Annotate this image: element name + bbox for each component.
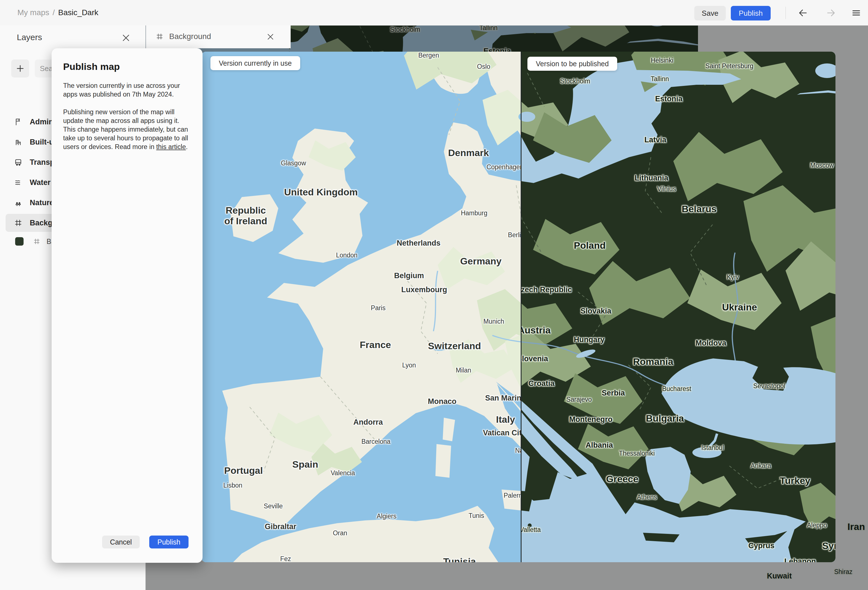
map-label: Switzerland [428, 340, 481, 351]
map-label: Stockholm [560, 78, 590, 85]
map-label: Luxembourg [401, 285, 447, 294]
map-label: Iran [847, 521, 865, 532]
map-label: Aleppo [807, 522, 827, 529]
map-label: Tunisia [443, 556, 476, 562]
map-label: Albania [586, 441, 613, 450]
map-label: Netherlands [397, 239, 440, 247]
map-label: Seville [264, 503, 283, 510]
dialog-paragraph-2: Publishing new version of the map will u… [63, 108, 191, 151]
redo-forward-icon[interactable] [825, 8, 837, 18]
breadcrumb-separator: / [53, 8, 55, 17]
map-label: Algiers [377, 513, 396, 520]
background-panel-close-icon[interactable] [266, 33, 275, 41]
map-label: Lyon [402, 362, 416, 369]
frame-icon [156, 33, 164, 40]
map-label: Barcelona [361, 438, 391, 445]
map-label: Spain [292, 459, 319, 470]
map-label: Valletta [521, 526, 541, 534]
add-layer-button[interactable] [11, 59, 29, 77]
publish-button[interactable]: Publish [731, 6, 771, 21]
breadcrumb-my-maps[interactable]: My maps [18, 8, 49, 17]
dialog-publish-button[interactable]: Publish [149, 535, 189, 549]
save-button[interactable]: Save [694, 6, 726, 21]
map-label: Helsinki [651, 57, 673, 64]
map-label: Denmark [448, 147, 489, 158]
map-label: Kuwait [767, 572, 792, 580]
breadcrumb-map-name[interactable]: Basic_Dark [58, 8, 98, 17]
map-label: Latvia [644, 136, 666, 144]
map-label: Syria [822, 540, 836, 551]
cancel-button[interactable]: Cancel [102, 535, 140, 549]
map-label: Slovakia [580, 307, 611, 315]
version-compare-container: BergenOsloGlasgowDenmarkCopenhagenUnited… [201, 52, 836, 562]
map-label: Czech Republic [521, 285, 572, 294]
this-article-link[interactable]: this article [156, 143, 186, 151]
background-panel: Background [146, 25, 291, 48]
map-label: Italy [496, 414, 515, 425]
map-label: Fez [280, 556, 291, 562]
map-label: Bulgaria [646, 413, 684, 424]
map-label: Copenhagen [486, 164, 521, 171]
map-label: France [360, 339, 391, 350]
map-label: Athens [637, 494, 657, 501]
map-label: Moldova [695, 339, 726, 347]
map-label: Sarajevo [567, 396, 592, 403]
dialog-paragraph-2-period: . [186, 143, 188, 151]
undo-back-icon[interactable] [797, 8, 809, 18]
map-current-version[interactable]: BergenOsloGlasgowDenmarkCopenhagenUnited… [201, 52, 521, 562]
published-version-chip: Version to be published [527, 57, 617, 71]
map-label: Vatican City [483, 429, 521, 437]
map-label: Lithuania [635, 174, 668, 182]
map-label: Palermo [503, 492, 521, 499]
map-label: Naples [515, 447, 521, 454]
map-label: Milan [456, 367, 471, 374]
map-label: Croatia [528, 379, 554, 387]
flag-icon [14, 118, 22, 126]
map-label: Bergen [418, 52, 439, 59]
frame-icon [14, 219, 22, 227]
toolbar-divider [785, 7, 786, 19]
layers-panel-header: Layers [0, 25, 145, 50]
map-label: Oran [333, 529, 347, 537]
map-label: Ankara [751, 462, 771, 470]
map-label: Cyprus [748, 541, 774, 550]
map-label: Austria [521, 325, 551, 336]
map-label: Romania [633, 356, 673, 367]
map-label: Shiraz [834, 568, 852, 576]
waves-icon [14, 178, 22, 187]
map-label: Valencia [331, 470, 355, 477]
map-label: Kyiv [726, 274, 739, 281]
map-label: Paris [371, 305, 385, 312]
background-panel-title: Background [169, 32, 211, 41]
layer-color-swatch[interactable] [15, 237, 24, 245]
sidebar-item-label: Nature [30, 198, 54, 207]
map-label: Sevastopol [753, 383, 785, 390]
frame-icon [33, 238, 40, 245]
light-map-svg [201, 52, 521, 562]
map-label: Andorra [353, 418, 383, 426]
map-label: Slovenia [521, 355, 548, 363]
map-label: Bucharest [662, 385, 691, 393]
map-label: Hungary [574, 336, 605, 344]
map-label: Greece [606, 473, 638, 484]
sidebar-item-label: Water [30, 178, 50, 187]
map-label: Germany [460, 256, 501, 266]
layers-close-icon[interactable] [121, 33, 131, 43]
hamburger-menu-icon[interactable] [850, 8, 862, 18]
bus-icon [14, 158, 22, 166]
publish-map-dialog: Publish map The version currently in use… [52, 48, 202, 563]
breadcrumb: My maps / Basic_Dark [18, 0, 99, 25]
map-label: Vilnius [657, 186, 676, 193]
map-label: Tallinn [479, 25, 497, 32]
map-label: Saint Petersburg [705, 63, 753, 70]
map-label: Portugal [224, 465, 263, 476]
map-label: Turkey [780, 475, 810, 486]
compare-divider[interactable] [521, 52, 521, 562]
map-label: Glasgow [281, 160, 306, 167]
map-label: San Marino [485, 394, 521, 402]
map-published-version[interactable]: HelsinkiSaint PetersburgTallinnStockholm… [521, 52, 836, 562]
current-version-chip: Version currently in use [210, 56, 300, 70]
map-label: Munich [483, 318, 504, 325]
map-label: Istanbul [701, 444, 724, 452]
map-label: Hamburg [461, 210, 487, 217]
